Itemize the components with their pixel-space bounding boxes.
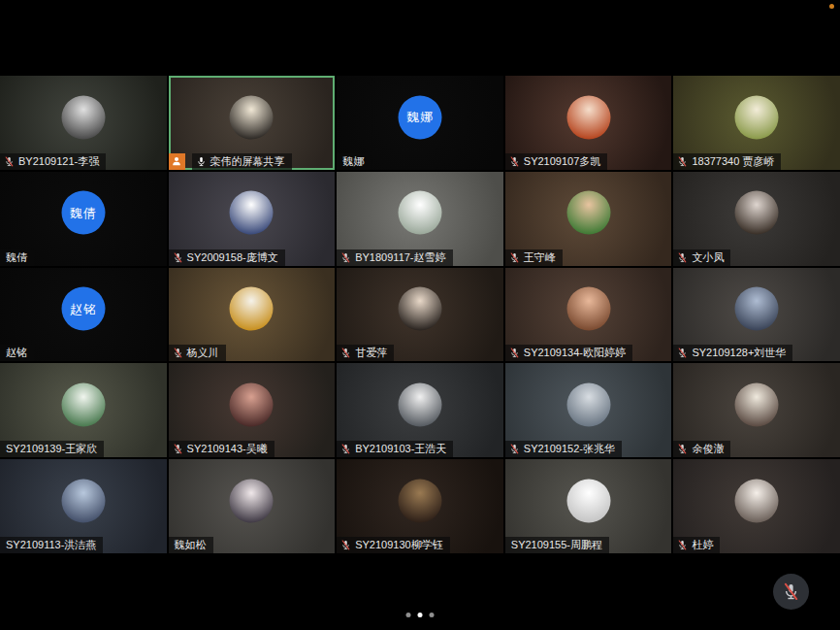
participant-tile[interactable]: SY2109130柳学钰 (337, 459, 503, 553)
child-photo-avatar (566, 191, 610, 235)
muted-mic-icon (173, 348, 183, 358)
muted-mic-icon (509, 444, 520, 454)
participant-name-label: SY2109155-周鹏程 (505, 537, 609, 553)
participant-tile[interactable]: BY2109103-王浩天 (337, 363, 503, 457)
girl-from-behind-avatar (735, 191, 779, 235)
participant-tile[interactable]: SY2109155-周鹏程 (505, 459, 672, 553)
avatar-initials: 魏娜 (398, 95, 441, 139)
muted-mic-icon (4, 156, 15, 167)
participant-name: 18377340 贾彦峤 (692, 155, 774, 168)
muted-mic-icon (509, 252, 520, 263)
participant-tile[interactable]: 赵铭赵铭 (0, 268, 167, 362)
muted-mic-icon (509, 348, 520, 358)
participant-tile[interactable]: BY2109121-李强 (0, 76, 167, 170)
participant-name-label: 余俊澈 (673, 441, 730, 457)
participant-name: 甘爱萍 (355, 347, 387, 359)
green-emblem-logo-avatar (61, 382, 105, 426)
participant-name-label: BY2109121-李强 (0, 153, 106, 170)
jersey-number-10-avatar (398, 382, 441, 426)
participant-grid: BY2109121-李强 栾伟的屏幕共享魏娜魏娜 SY2109107多凯 183… (0, 76, 840, 553)
participant-name: SY2109143-吴曦 (187, 443, 268, 455)
muted-mic-icon (509, 156, 520, 167)
pagination-dots (406, 613, 435, 617)
bw-portrait-photo (61, 95, 105, 139)
participant-tile[interactable]: 王守峰 (505, 172, 672, 266)
participant-tile[interactable]: SY2109139-王家欣 (0, 363, 167, 457)
sunflowers-avatar (230, 287, 274, 331)
muted-mic-icon (173, 444, 183, 454)
muted-mic-icon (782, 582, 800, 601)
avatar-initials: 赵铭 (61, 287, 105, 331)
recording-indicator-dot (829, 4, 834, 9)
participant-name: BY1809117-赵雪婷 (355, 251, 445, 264)
anime-long-hair-avatar (230, 479, 274, 522)
participant-name-label: 甘爱萍 (337, 345, 394, 361)
participant-tile[interactable]: SY2109107多凯 (505, 76, 672, 170)
participant-tile[interactable]: 杜婷 (673, 459, 840, 553)
participant-name: SY2109128+刘世华 (692, 347, 786, 359)
participant-name: 魏倩 (6, 251, 27, 264)
white-cartoon-covering-ears-avatar (566, 479, 610, 522)
participant-tile[interactable]: SY2109134-欧阳婷婷 (505, 268, 672, 362)
muted-mic-icon (340, 540, 351, 550)
page-dot[interactable] (406, 613, 411, 617)
participant-tile[interactable]: SY2109143-吴曦 (169, 363, 336, 457)
participant-name: 魏娜 (342, 155, 364, 168)
white-flower-avatar (398, 191, 441, 235)
participant-tile[interactable]: 魏如松 (169, 459, 336, 553)
participant-name-label: 魏娜 (337, 153, 371, 170)
participant-name: SY2109113-洪洁燕 (6, 539, 96, 551)
anime-girl-avatar (735, 287, 779, 331)
participant-tile[interactable]: 杨义川 (169, 268, 336, 362)
participant-tile[interactable]: SY2109113-洪洁燕 (0, 459, 167, 553)
participant-name-label: 文小凤 (673, 249, 730, 266)
participant-name: 杨义川 (187, 347, 219, 359)
participant-name: SY2109152-张兆华 (524, 443, 615, 455)
participant-name-label: SY2109134-欧阳婷婷 (505, 345, 632, 361)
mute-button[interactable] (773, 574, 809, 610)
participant-name-label: 魏倩 (0, 249, 34, 266)
participant-name-label: 栾伟的屏幕共享 (192, 153, 292, 170)
participant-name-label: SY2109143-吴曦 (169, 441, 275, 457)
participant-tile[interactable]: SY2009158-庞博文 (169, 172, 336, 266)
participant-name-label: 魏如松 (169, 537, 213, 553)
meeting-window: BY2109121-李强 栾伟的屏幕共享魏娜魏娜 SY2109107多凯 183… (0, 0, 840, 630)
blue-crystal-avatar (61, 479, 105, 522)
muted-mic-icon (677, 444, 688, 454)
participant-name-label: SY2109139-王家欣 (0, 441, 104, 457)
anime-character-avatar (735, 95, 779, 139)
screen-share-presenter-badge (169, 153, 185, 170)
page-dot-active[interactable] (418, 613, 423, 617)
muted-mic-icon (340, 252, 351, 263)
participant-tile[interactable]: 18377340 贾彦峤 (673, 76, 840, 170)
participant-tile[interactable]: 余俊澈 (673, 363, 840, 457)
mic-icon (196, 156, 207, 167)
participant-name: SY2109139-王家欣 (6, 443, 97, 455)
participant-name: 栾伟的屏幕共享 (210, 155, 285, 168)
participant-tile[interactable]: 魏娜魏娜 (337, 76, 503, 170)
participant-name-label: 杜婷 (673, 537, 720, 553)
cartoon-headphones-avatar (735, 479, 779, 522)
participant-tile[interactable]: 甘爱萍 (337, 268, 503, 362)
participant-tile[interactable]: BY1809117-赵雪婷 (337, 172, 503, 266)
participant-name: SY2009158-庞博文 (187, 251, 278, 264)
page-dot[interactable] (430, 613, 435, 617)
participant-name-label: 杨义川 (169, 345, 226, 361)
goku-anime-avatar (230, 95, 274, 139)
participant-tile[interactable]: 魏倩魏倩 (0, 172, 167, 266)
participant-tile[interactable]: SY2109128+刘世华 (673, 268, 840, 362)
participant-name-label: SY2109107多凯 (505, 153, 608, 170)
cartoon-bird-avatar (566, 95, 610, 139)
participant-name: SY2109134-欧阳婷婷 (524, 347, 626, 359)
white-cartoon-face-avatar (230, 191, 274, 235)
two-people-photo-avatar (398, 287, 441, 331)
muted-mic-icon (340, 444, 351, 454)
participant-tile[interactable]: 文小凤 (673, 172, 840, 266)
participant-tile[interactable]: 栾伟的屏幕共享 (169, 76, 336, 170)
woman-photo-avatar (566, 287, 610, 331)
muted-mic-icon (173, 252, 183, 263)
participant-tile[interactable]: SY2109152-张兆华 (505, 363, 672, 457)
participant-name: BY2109103-王浩天 (355, 443, 446, 455)
participant-name: 魏如松 (175, 539, 207, 551)
participant-name: 余俊澈 (692, 443, 724, 455)
